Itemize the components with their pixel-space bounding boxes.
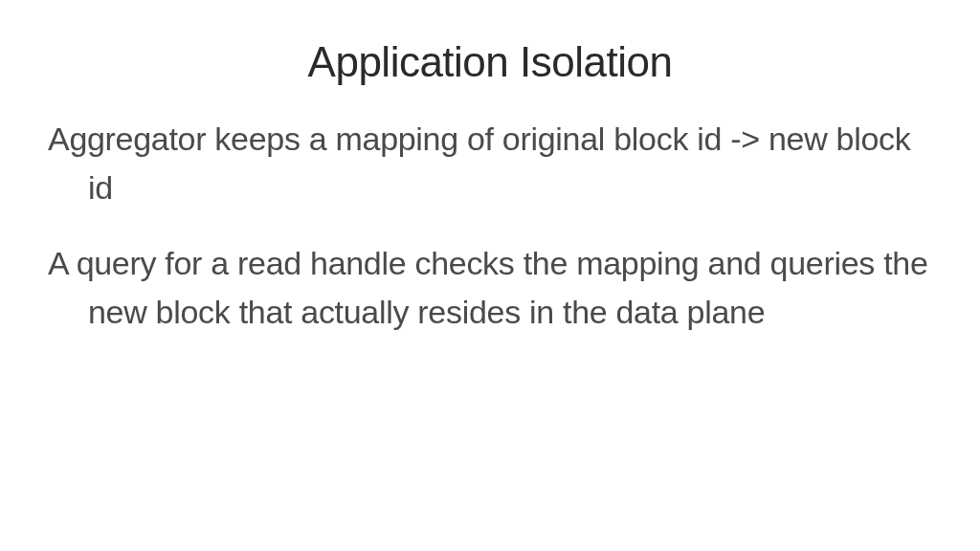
slide-title: Application Isolation [48,38,932,86]
slide-paragraph: A query for a read handle checks the map… [88,239,932,337]
slide-paragraph: Aggregator keeps a mapping of original b… [88,115,932,212]
